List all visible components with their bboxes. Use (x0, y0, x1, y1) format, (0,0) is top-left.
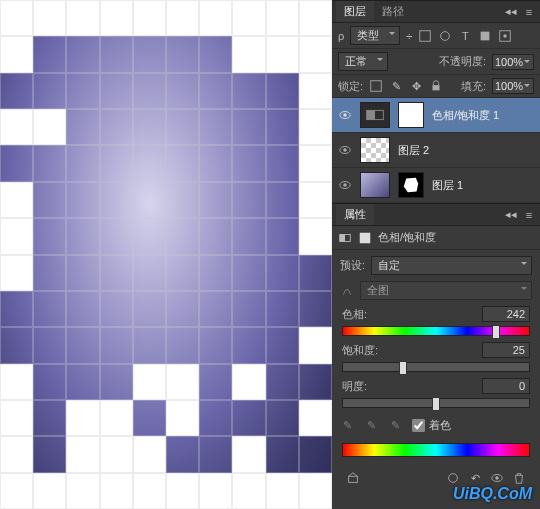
svg-point-8 (343, 113, 347, 117)
panel-menu-icon[interactable]: ≡ (522, 5, 536, 19)
panel-menu-icon[interactable]: ≡ (522, 208, 536, 222)
filter-shape-icon[interactable] (478, 29, 492, 43)
sat-slider-row: 饱和度: 25 (340, 342, 532, 372)
fill-label: 填充: (461, 79, 486, 94)
sat-knob[interactable] (399, 361, 407, 375)
colorize-input[interactable] (412, 419, 425, 432)
svg-rect-2 (481, 31, 490, 40)
layer-name: 图层 1 (432, 178, 463, 193)
tab-properties[interactable]: 属性 (336, 204, 374, 225)
channel-dropdown[interactable]: 全图 (360, 281, 532, 300)
right-panels: 图层 路径 ◂◂ ≡ ρ 类型 ÷ T 正常 不透明度: 100% (332, 0, 540, 509)
hue-value[interactable]: 242 (482, 306, 530, 322)
filter-kind-dropdown[interactable]: 类型 (350, 26, 400, 45)
lock-all-icon[interactable] (429, 79, 443, 93)
preset-label: 预设: (340, 258, 365, 273)
mask-thumb (398, 172, 424, 198)
svg-point-12 (343, 148, 347, 152)
svg-point-19 (449, 474, 458, 483)
collapse-icon[interactable]: ◂◂ (504, 5, 518, 19)
preset-dropdown[interactable]: 自定 (371, 256, 532, 275)
layer-row[interactable]: 图层 2 (332, 133, 540, 168)
layer-name: 色相/饱和度 1 (432, 108, 499, 123)
clip-icon[interactable] (346, 471, 360, 485)
svg-point-1 (441, 31, 450, 40)
layer-thumb (360, 137, 390, 163)
properties-panel: 属性 ◂◂ ≡ 色相/饱和度 预设: 自定 全图 (332, 203, 540, 509)
trash-icon[interactable] (512, 471, 526, 485)
hue-label: 色相: (342, 307, 367, 322)
light-track[interactable] (342, 398, 530, 408)
adjustment-title: 色相/饱和度 (378, 230, 436, 245)
visibility-icon[interactable] (338, 143, 352, 157)
eyedropper-plus-icon[interactable]: ✎ (364, 419, 378, 433)
lock-transparency-icon[interactable] (369, 79, 383, 93)
svg-rect-18 (349, 476, 358, 482)
visibility-toggle-icon[interactable] (490, 471, 504, 485)
opacity-field[interactable]: 100% (492, 54, 534, 70)
filter-type-icon[interactable]: T (458, 29, 472, 43)
eyedropper-minus-icon[interactable]: ✎ (388, 419, 402, 433)
visibility-icon[interactable] (338, 108, 352, 122)
layer-name: 图层 2 (398, 143, 429, 158)
svg-rect-16 (340, 234, 345, 241)
svg-rect-6 (433, 85, 440, 90)
document-canvas[interactable] (0, 0, 332, 509)
adjustment-kind-icon (338, 231, 352, 245)
lock-position-icon[interactable]: ✥ (409, 79, 423, 93)
layer-thumb (360, 172, 390, 198)
layers-panel: 图层 路径 ◂◂ ≡ ρ 类型 ÷ T 正常 不透明度: 100% (332, 0, 540, 203)
hue-knob[interactable] (492, 325, 500, 339)
prev-state-icon[interactable] (446, 471, 460, 485)
filter-smart-icon[interactable] (498, 29, 512, 43)
layer-row[interactable]: 图层 1 (332, 168, 540, 203)
svg-point-4 (504, 34, 508, 38)
filter-adjust-icon[interactable] (438, 29, 452, 43)
svg-rect-0 (420, 30, 431, 41)
visibility-icon[interactable] (338, 178, 352, 192)
pixel-grid (0, 0, 332, 509)
hue-slider-row: 色相: 242 (340, 306, 532, 336)
layer-list: 色相/饱和度 1 图层 2 图层 1 (332, 98, 540, 203)
svg-point-21 (495, 476, 499, 480)
light-slider-row: 明度: 0 (340, 378, 532, 408)
svg-rect-17 (360, 232, 371, 243)
tab-paths[interactable]: 路径 (374, 1, 412, 22)
svg-point-14 (343, 183, 347, 187)
eyedropper-icon[interactable]: ✎ (340, 419, 354, 433)
sat-track[interactable] (342, 362, 530, 372)
hue-track[interactable] (342, 326, 530, 336)
light-knob[interactable] (432, 397, 440, 411)
colorize-checkbox[interactable]: 着色 (412, 418, 451, 433)
light-label: 明度: (342, 379, 367, 394)
svg-rect-10 (367, 110, 375, 119)
watermark: UiBQ.CoM (453, 485, 532, 503)
svg-rect-5 (371, 81, 382, 92)
colorize-label: 着色 (429, 418, 451, 433)
sat-value[interactable]: 25 (482, 342, 530, 358)
hue-result-bar (342, 443, 530, 457)
fill-field[interactable]: 100% (492, 78, 534, 94)
filter-kind-label: ρ (338, 30, 344, 42)
lock-brush-icon[interactable]: ✎ (389, 79, 403, 93)
adjustment-thumb (360, 102, 390, 128)
collapse-icon[interactable]: ◂◂ (504, 208, 518, 222)
sat-label: 饱和度: (342, 343, 378, 358)
filter-divider: ÷ (406, 30, 412, 42)
reset-icon[interactable]: ↶ (468, 471, 482, 485)
filter-pixel-icon[interactable] (418, 29, 432, 43)
mask-thumb (398, 102, 424, 128)
finger-icon[interactable] (340, 284, 354, 298)
mask-kind-icon[interactable] (358, 231, 372, 245)
opacity-label: 不透明度: (439, 54, 486, 69)
blend-mode-dropdown[interactable]: 正常 (338, 52, 388, 71)
lock-label: 锁定: (338, 79, 363, 94)
light-value[interactable]: 0 (482, 378, 530, 394)
layer-row[interactable]: 色相/饱和度 1 (332, 98, 540, 133)
tab-layers[interactable]: 图层 (336, 1, 374, 22)
